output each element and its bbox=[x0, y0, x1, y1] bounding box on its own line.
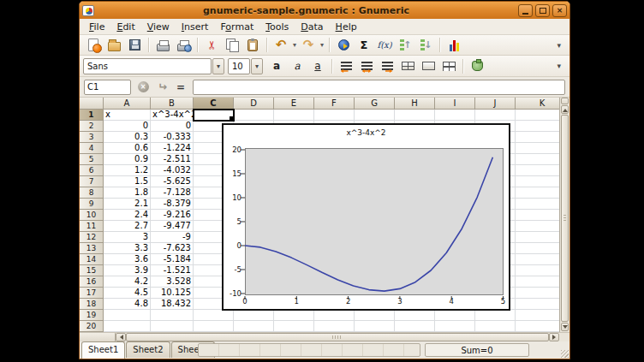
selection-handle[interactable] bbox=[230, 116, 233, 120]
cell-f19[interactable] bbox=[314, 310, 355, 321]
print-button[interactable] bbox=[153, 36, 172, 54]
font-size-field[interactable]: 10 bbox=[228, 58, 250, 74]
cell-g19[interactable] bbox=[355, 310, 395, 321]
redo-button[interactable]: ↷ bbox=[299, 36, 318, 54]
row-header-13[interactable]: 13 bbox=[80, 243, 104, 254]
font-name-dropdown-button[interactable]: ▾ bbox=[212, 58, 224, 74]
row-header-9[interactable]: 9 bbox=[80, 199, 104, 210]
toolbar-overflow-button[interactable]: ▾ bbox=[552, 62, 566, 70]
menu-item-format[interactable]: Format bbox=[214, 21, 259, 33]
cell-a17[interactable]: 4.5 bbox=[104, 288, 151, 299]
center-across-selection-button[interactable] bbox=[398, 57, 417, 75]
cell-g1[interactable] bbox=[355, 110, 395, 121]
cell-b12[interactable]: -9 bbox=[151, 232, 194, 243]
row-header-19[interactable]: 19 bbox=[80, 310, 104, 321]
cell-a10[interactable]: 2.4 bbox=[104, 210, 151, 221]
cell-i19[interactable] bbox=[435, 310, 475, 321]
row-header-20[interactable]: 20 bbox=[80, 321, 104, 332]
cell-d1[interactable] bbox=[234, 110, 274, 121]
cell-i1[interactable] bbox=[435, 110, 475, 121]
cell-b4[interactable]: -1.224 bbox=[151, 143, 194, 154]
tab-sheet2[interactable]: Sheet2 bbox=[126, 341, 170, 358]
cell-h19[interactable] bbox=[395, 310, 435, 321]
row-header-1[interactable]: 1 bbox=[80, 110, 104, 121]
cell-j20[interactable] bbox=[475, 321, 516, 332]
toolbar-overflow-button[interactable]: ▾ bbox=[552, 41, 566, 50]
cell-a1[interactable]: x bbox=[104, 110, 151, 121]
pane-split-handle[interactable] bbox=[561, 98, 569, 104]
cell-b6[interactable]: -4.032 bbox=[151, 165, 194, 176]
cell-a15[interactable]: 3.9 bbox=[104, 265, 151, 276]
cell-a2[interactable]: 0 bbox=[104, 121, 151, 132]
cell-b13[interactable]: -7.623 bbox=[151, 243, 194, 254]
cell-a9[interactable]: 2.1 bbox=[104, 199, 151, 210]
font-name-field[interactable]: Sans bbox=[83, 58, 212, 74]
cell-b15[interactable]: -1.521 bbox=[151, 265, 194, 276]
cell-j1[interactable] bbox=[475, 110, 516, 121]
cell-a3[interactable]: 0.3 bbox=[104, 132, 151, 143]
merge-cells-button[interactable] bbox=[419, 57, 438, 75]
scroll-down-button[interactable] bbox=[561, 323, 569, 331]
cell-b9[interactable]: -8.379 bbox=[151, 199, 194, 210]
split-cells-button[interactable] bbox=[439, 57, 458, 75]
scroll-right-button[interactable] bbox=[549, 333, 559, 341]
cell-a14[interactable]: 3.6 bbox=[104, 254, 151, 265]
cell-f20[interactable] bbox=[314, 321, 355, 332]
minimize-button[interactable] bbox=[518, 4, 533, 17]
cell-a6[interactable]: 1.2 bbox=[104, 165, 151, 176]
row-header-3[interactable]: 3 bbox=[80, 132, 104, 143]
cell-a18[interactable]: 4.8 bbox=[104, 299, 151, 310]
cell-a4[interactable]: 0.6 bbox=[104, 143, 151, 154]
cell-j19[interactable] bbox=[475, 310, 516, 321]
cell-reference-box[interactable]: C1 bbox=[84, 80, 131, 95]
font-size-dropdown-button[interactable]: ▾ bbox=[251, 58, 263, 74]
cell-a5[interactable]: 0.9 bbox=[104, 154, 151, 165]
cell-a13[interactable]: 3.3 bbox=[104, 243, 151, 254]
menu-item-file[interactable]: File bbox=[83, 21, 110, 33]
open-button[interactable] bbox=[104, 36, 123, 54]
chart-object[interactable]: x^3-4x^2 20151050-5-10012345 bbox=[222, 123, 510, 311]
new-file-button[interactable] bbox=[84, 36, 103, 54]
cell-h20[interactable] bbox=[395, 321, 435, 332]
cell-e1[interactable] bbox=[274, 110, 314, 121]
align-right-button[interactable] bbox=[378, 57, 397, 75]
align-left-button[interactable] bbox=[337, 57, 355, 75]
cell-c20[interactable] bbox=[194, 321, 234, 332]
cell-b18[interactable]: 18.432 bbox=[151, 299, 194, 310]
tab-sheet1[interactable]: Sheet1 bbox=[81, 341, 125, 359]
column-header-b[interactable]: B bbox=[151, 98, 194, 110]
cell-c1[interactable] bbox=[194, 110, 234, 121]
cell-a8[interactable]: 1.8 bbox=[104, 187, 151, 199]
cell-b20[interactable] bbox=[151, 321, 194, 332]
autosum-button[interactable]: Σ bbox=[355, 36, 373, 54]
cell-b10[interactable]: -9.216 bbox=[151, 210, 194, 221]
column-header-i[interactable]: I bbox=[435, 98, 475, 110]
column-header-f[interactable]: F bbox=[314, 98, 355, 110]
row-header-8[interactable]: 8 bbox=[80, 187, 104, 199]
cell-e19[interactable] bbox=[274, 310, 314, 321]
cell-d20[interactable] bbox=[234, 321, 274, 332]
cell-b16[interactable]: 3.528 bbox=[151, 276, 194, 288]
gnumeric-app-icon[interactable] bbox=[82, 5, 94, 16]
cell-b1[interactable]: x^3-4x^2 bbox=[151, 110, 194, 121]
column-header-j[interactable]: J bbox=[475, 98, 516, 110]
cell-e20[interactable] bbox=[274, 321, 314, 332]
cell-b19[interactable] bbox=[151, 310, 194, 321]
menu-item-view[interactable]: View bbox=[141, 21, 176, 33]
close-button[interactable]: × bbox=[552, 4, 567, 17]
equals-button[interactable]: = bbox=[174, 80, 188, 94]
cell-d19[interactable] bbox=[234, 310, 274, 321]
insert-chart-button[interactable] bbox=[444, 36, 463, 54]
sort-ascending-button[interactable]: ↑ bbox=[396, 36, 414, 54]
row-header-18[interactable]: 18 bbox=[80, 299, 104, 310]
menu-item-tools[interactable]: Tools bbox=[259, 21, 295, 33]
vertical-scroll-thumb[interactable] bbox=[561, 115, 569, 322]
maximize-button[interactable] bbox=[535, 4, 550, 17]
cell-a16[interactable]: 4.2 bbox=[104, 276, 151, 288]
cell-b14[interactable]: -5.184 bbox=[151, 254, 194, 265]
cell-g20[interactable] bbox=[355, 321, 395, 332]
select-all-corner[interactable] bbox=[80, 98, 104, 110]
redo-dropdown-button[interactable]: ▾ bbox=[319, 41, 325, 49]
row-header-16[interactable]: 16 bbox=[80, 276, 104, 288]
cell-b11[interactable]: -9.477 bbox=[151, 221, 194, 232]
